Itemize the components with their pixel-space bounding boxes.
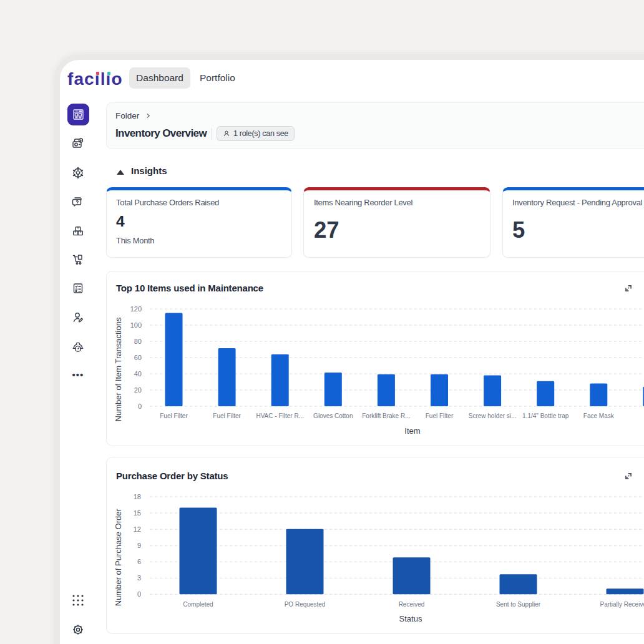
svg-text:40: 40 [134,370,142,378]
svg-text:12: 12 [134,525,141,533]
svg-text:100: 100 [130,321,142,329]
svg-text:60: 60 [134,354,142,361]
svg-text:1.1/4" Bottle trap: 1.1/4" Bottle trap [522,412,569,419]
svg-text:Partially Received: Partially Received [600,601,644,608]
svg-text:0: 0 [138,402,142,410]
svg-text:Gloves Cotton: Gloves Cotton [313,412,353,419]
svg-text:80: 80 [134,338,142,345]
svg-text:Face Mask: Face Mask [583,412,615,419]
svg-text:Fuel Filter: Fuel Filter [160,412,188,419]
svg-text:Fuel Filter: Fuel Filter [213,412,241,419]
svg-text:0: 0 [137,590,141,598]
svg-text:120: 120 [130,305,142,313]
svg-text:Status: Status [399,614,422,623]
svg-text:3: 3 [137,574,141,582]
svg-text:6: 6 [137,558,141,565]
svg-text:Screw holder si...: Screw holder si... [469,412,517,419]
svg-text:Received: Received [399,601,425,608]
svg-text:PO Requested: PO Requested [285,601,326,608]
svg-text:18: 18 [134,493,141,500]
svg-text:Completed: Completed [183,601,213,608]
svg-text:Item: Item [404,426,420,436]
svg-text:Number of Item Transactions: Number of Item Transactions [114,317,123,421]
svg-text:Number of Purchase Order: Number of Purchase Order [114,509,123,607]
svg-text:HVAC - Filter R...: HVAC - Filter R... [256,412,303,419]
svg-text:Fuel Filter: Fuel Filter [426,412,454,419]
svg-text:Sent to Supplier: Sent to Supplier [496,601,541,608]
svg-text:9: 9 [137,542,141,549]
svg-text:20: 20 [134,386,142,394]
svg-text:Forklift Brake R...: Forklift Brake R... [362,412,410,419]
svg-text:15: 15 [134,509,141,517]
